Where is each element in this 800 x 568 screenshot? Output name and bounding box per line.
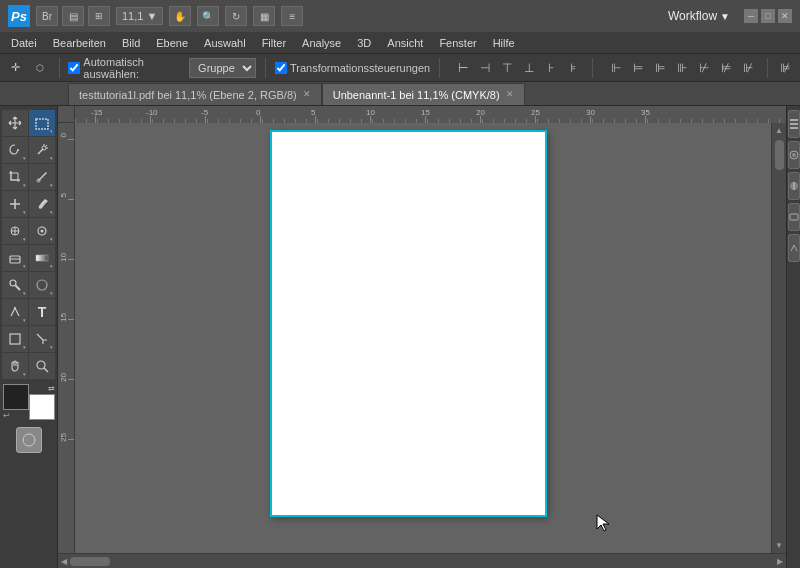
pen-tool[interactable]: ▾	[2, 299, 28, 325]
horizontal-scrollbar[interactable]: ◀ ▶	[58, 553, 786, 568]
align-left-icon[interactable]: ⊢	[453, 58, 473, 78]
zoom-display[interactable]: 11,1 ▼	[116, 7, 163, 25]
menu-hilfe[interactable]: Hilfe	[486, 35, 522, 51]
menu-analyse[interactable]: Analyse	[295, 35, 348, 51]
menu-ansicht[interactable]: Ansicht	[380, 35, 430, 51]
transform-checkbox[interactable]	[275, 62, 287, 74]
gradient-tool[interactable]: ▾	[29, 245, 55, 271]
paths-panel-btn[interactable]	[788, 234, 800, 262]
svg-point-3	[42, 146, 46, 150]
eyedropper-tool[interactable]: ▾	[29, 164, 55, 190]
dist5-icon[interactable]: ⊬	[694, 58, 714, 78]
foreground-color[interactable]	[3, 384, 29, 410]
rotate-tool[interactable]: ↻	[225, 6, 247, 26]
channels-panel-btn[interactable]	[788, 141, 800, 169]
blur-tool[interactable]: ▾	[29, 272, 55, 298]
tab-unbenannt[interactable]: Unbenannt-1 bei 11,1% (CMYK/8) ✕	[322, 83, 525, 105]
hand-tool-btn[interactable]: ▾	[2, 353, 28, 379]
bridge-icon[interactable]: Br	[36, 6, 58, 26]
win-close-button[interactable]: ✕	[778, 9, 792, 23]
align-bottom-icon[interactable]: ⊧	[563, 58, 583, 78]
tab-testtutoria1l[interactable]: testtutoria1l.pdf bei 11,1% (Ebene 2, RG…	[68, 83, 322, 105]
menu-fenster[interactable]: Fenster	[432, 35, 483, 51]
scroll-down-arrow[interactable]: ▼	[774, 540, 784, 551]
history-tool[interactable]: ▾	[29, 218, 55, 244]
menu-ebene[interactable]: Ebene	[149, 35, 195, 51]
dist7-icon[interactable]: ⊮	[738, 58, 758, 78]
dist4-icon[interactable]: ⊪	[672, 58, 692, 78]
zoom-tool[interactable]: 🔍	[197, 6, 219, 26]
h-scroll-thumb[interactable]	[70, 557, 110, 566]
menu-3d[interactable]: 3D	[350, 35, 378, 51]
v-scroll-thumb[interactable]	[775, 140, 784, 170]
reset-colors-icon[interactable]: ↩	[3, 411, 10, 420]
path-select-tool[interactable]: ▾	[29, 326, 55, 352]
tool-row-9: ▾ ▾	[2, 326, 55, 352]
extra-icon[interactable]: ⊯	[777, 58, 794, 78]
align-right-icon[interactable]: ⊤	[497, 58, 517, 78]
eraser-tool[interactable]: ▾	[2, 245, 28, 271]
win-minimize-button[interactable]: ─	[744, 9, 758, 23]
dist3-icon[interactable]: ⊫	[650, 58, 670, 78]
auto-select-checkbox[interactable]	[68, 62, 80, 74]
svg-rect-21	[790, 119, 798, 121]
select-rect-tool[interactable]: ▾	[29, 110, 55, 136]
tool-row-5: ▾ ▾	[2, 218, 55, 244]
crop-tool[interactable]: ▾	[2, 164, 28, 190]
quick-mask-icon[interactable]	[16, 427, 42, 453]
select-option[interactable]: ⬡	[30, 57, 49, 79]
menu-filter[interactable]: Filter	[255, 35, 293, 51]
zoom-tool-btn[interactable]	[29, 353, 55, 379]
swap-colors-icon[interactable]: ⇄	[48, 384, 55, 393]
svg-point-10	[41, 230, 44, 233]
hand-tool[interactable]: ✋	[169, 6, 191, 26]
move-tool-option[interactable]: ✛	[6, 57, 25, 79]
background-color[interactable]	[29, 394, 55, 420]
align-top-icon[interactable]: ⊥	[519, 58, 539, 78]
text-tool[interactable]: T	[29, 299, 55, 325]
canvas-background[interactable]	[75, 123, 771, 553]
layers-panel-btn[interactable]	[788, 110, 800, 138]
fg-bg-colors[interactable]: ⇄ ↩	[3, 384, 55, 420]
win-maximize-button[interactable]: □	[761, 9, 775, 23]
dist2-icon[interactable]: ⊨	[628, 58, 648, 78]
vertical-ruler: 0510152025	[58, 123, 75, 553]
lasso-tool[interactable]: ▾	[2, 137, 28, 163]
styles-panel-btn[interactable]	[788, 203, 800, 231]
adjustments-panel-btn[interactable]	[788, 172, 800, 200]
clone-tool[interactable]: ▾	[2, 218, 28, 244]
mode-icon[interactable]: ▤	[62, 6, 84, 26]
tab-close-2[interactable]: ✕	[506, 90, 514, 99]
cursor-indicator	[595, 513, 613, 535]
separator3	[439, 58, 440, 78]
scroll-up-arrow[interactable]: ▲	[774, 125, 784, 136]
align-center-h-icon[interactable]: ⊣	[475, 58, 495, 78]
scroll-left-arrow[interactable]: ◀	[60, 556, 68, 567]
heal-tool[interactable]: ▾	[2, 191, 28, 217]
menu-datei[interactable]: Datei	[4, 35, 44, 51]
align-center-v-icon[interactable]: ⊦	[541, 58, 561, 78]
tool-row-8: ▾ T	[2, 299, 55, 325]
menu-bild[interactable]: Bild	[115, 35, 147, 51]
workflow-dropdown-arrow[interactable]: ▼	[720, 11, 730, 22]
shape-tool[interactable]: ▾	[2, 326, 28, 352]
tab-close-1[interactable]: ✕	[303, 90, 311, 99]
select-dropdown[interactable]: Gruppe Ebene	[189, 58, 256, 78]
mode2-icon[interactable]: ⊞	[88, 6, 110, 26]
dist6-icon[interactable]: ⊭	[716, 58, 736, 78]
menu-bearbeiten[interactable]: Bearbeiten	[46, 35, 113, 51]
vertical-scrollbar[interactable]: ▲ ▼	[771, 123, 786, 553]
brush-tool[interactable]: ▾	[29, 191, 55, 217]
toolbox: ▾ ▾ ▾ ▾ ▾ ▾	[0, 106, 58, 568]
svg-rect-16	[10, 334, 20, 344]
menu-auswahl[interactable]: Auswahl	[197, 35, 253, 51]
scroll-right-arrow[interactable]: ▶	[776, 556, 784, 567]
dodge-tool[interactable]: ▾	[2, 272, 28, 298]
adjust-icon[interactable]: ≡	[281, 6, 303, 26]
move-tool[interactable]	[2, 110, 28, 136]
svg-point-17	[37, 361, 45, 369]
magic-wand-tool[interactable]: ▾	[29, 137, 55, 163]
layout-icon[interactable]: ▦	[253, 6, 275, 26]
dist1-icon[interactable]: ⊩	[606, 58, 626, 78]
canvas-document	[271, 131, 546, 516]
